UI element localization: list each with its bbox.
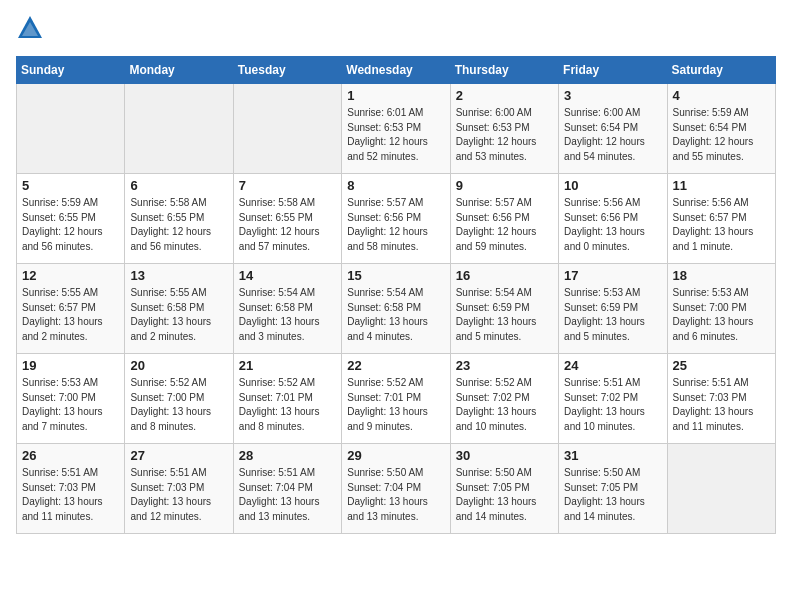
- calendar-cell: 5Sunrise: 5:59 AM Sunset: 6:55 PM Daylig…: [17, 174, 125, 264]
- day-info: Sunrise: 5:53 AM Sunset: 7:00 PM Dayligh…: [22, 376, 119, 434]
- calendar-week-row: 26Sunrise: 5:51 AM Sunset: 7:03 PM Dayli…: [17, 444, 776, 534]
- day-info: Sunrise: 5:50 AM Sunset: 7:05 PM Dayligh…: [564, 466, 661, 524]
- calendar-cell: 23Sunrise: 5:52 AM Sunset: 7:02 PM Dayli…: [450, 354, 558, 444]
- weekday-header-row: SundayMondayTuesdayWednesdayThursdayFrid…: [17, 57, 776, 84]
- weekday-header-wednesday: Wednesday: [342, 57, 450, 84]
- calendar-cell: 7Sunrise: 5:58 AM Sunset: 6:55 PM Daylig…: [233, 174, 341, 264]
- calendar-cell: 4Sunrise: 5:59 AM Sunset: 6:54 PM Daylig…: [667, 84, 775, 174]
- calendar-cell: 15Sunrise: 5:54 AM Sunset: 6:58 PM Dayli…: [342, 264, 450, 354]
- day-number: 16: [456, 268, 553, 283]
- day-number: 1: [347, 88, 444, 103]
- day-number: 22: [347, 358, 444, 373]
- calendar-cell: 10Sunrise: 5:56 AM Sunset: 6:56 PM Dayli…: [559, 174, 667, 264]
- calendar-cell: 22Sunrise: 5:52 AM Sunset: 7:01 PM Dayli…: [342, 354, 450, 444]
- day-number: 20: [130, 358, 227, 373]
- calendar-cell: 12Sunrise: 5:55 AM Sunset: 6:57 PM Dayli…: [17, 264, 125, 354]
- calendar-cell: 19Sunrise: 5:53 AM Sunset: 7:00 PM Dayli…: [17, 354, 125, 444]
- day-number: 18: [673, 268, 770, 283]
- day-info: Sunrise: 5:51 AM Sunset: 7:03 PM Dayligh…: [673, 376, 770, 434]
- day-number: 4: [673, 88, 770, 103]
- calendar-cell: 16Sunrise: 5:54 AM Sunset: 6:59 PM Dayli…: [450, 264, 558, 354]
- day-number: 10: [564, 178, 661, 193]
- day-info: Sunrise: 5:52 AM Sunset: 7:02 PM Dayligh…: [456, 376, 553, 434]
- day-info: Sunrise: 5:54 AM Sunset: 6:59 PM Dayligh…: [456, 286, 553, 344]
- calendar-cell: 30Sunrise: 5:50 AM Sunset: 7:05 PM Dayli…: [450, 444, 558, 534]
- day-info: Sunrise: 6:00 AM Sunset: 6:53 PM Dayligh…: [456, 106, 553, 164]
- calendar-cell: 8Sunrise: 5:57 AM Sunset: 6:56 PM Daylig…: [342, 174, 450, 264]
- day-number: 21: [239, 358, 336, 373]
- day-info: Sunrise: 6:01 AM Sunset: 6:53 PM Dayligh…: [347, 106, 444, 164]
- day-number: 3: [564, 88, 661, 103]
- day-info: Sunrise: 5:59 AM Sunset: 6:54 PM Dayligh…: [673, 106, 770, 164]
- day-number: 15: [347, 268, 444, 283]
- day-number: 2: [456, 88, 553, 103]
- day-number: 19: [22, 358, 119, 373]
- day-info: Sunrise: 5:56 AM Sunset: 6:57 PM Dayligh…: [673, 196, 770, 254]
- day-info: Sunrise: 5:51 AM Sunset: 7:03 PM Dayligh…: [22, 466, 119, 524]
- calendar-body: 1Sunrise: 6:01 AM Sunset: 6:53 PM Daylig…: [17, 84, 776, 534]
- day-info: Sunrise: 5:51 AM Sunset: 7:02 PM Dayligh…: [564, 376, 661, 434]
- calendar-cell: 25Sunrise: 5:51 AM Sunset: 7:03 PM Dayli…: [667, 354, 775, 444]
- day-info: Sunrise: 5:57 AM Sunset: 6:56 PM Dayligh…: [347, 196, 444, 254]
- weekday-header-friday: Friday: [559, 57, 667, 84]
- calendar-cell: 11Sunrise: 5:56 AM Sunset: 6:57 PM Dayli…: [667, 174, 775, 264]
- calendar-cell: [125, 84, 233, 174]
- day-info: Sunrise: 5:50 AM Sunset: 7:04 PM Dayligh…: [347, 466, 444, 524]
- calendar-cell: [667, 444, 775, 534]
- calendar-week-row: 5Sunrise: 5:59 AM Sunset: 6:55 PM Daylig…: [17, 174, 776, 264]
- day-number: 27: [130, 448, 227, 463]
- calendar-cell: 2Sunrise: 6:00 AM Sunset: 6:53 PM Daylig…: [450, 84, 558, 174]
- day-number: 26: [22, 448, 119, 463]
- day-number: 30: [456, 448, 553, 463]
- calendar-table: SundayMondayTuesdayWednesdayThursdayFrid…: [16, 56, 776, 534]
- calendar-cell: 3Sunrise: 6:00 AM Sunset: 6:54 PM Daylig…: [559, 84, 667, 174]
- calendar-cell: 31Sunrise: 5:50 AM Sunset: 7:05 PM Dayli…: [559, 444, 667, 534]
- calendar-cell: 9Sunrise: 5:57 AM Sunset: 6:56 PM Daylig…: [450, 174, 558, 264]
- weekday-header-tuesday: Tuesday: [233, 57, 341, 84]
- day-number: 7: [239, 178, 336, 193]
- weekday-header-monday: Monday: [125, 57, 233, 84]
- page-header: [16, 16, 776, 44]
- day-info: Sunrise: 5:52 AM Sunset: 7:01 PM Dayligh…: [239, 376, 336, 434]
- day-number: 29: [347, 448, 444, 463]
- calendar-cell: 17Sunrise: 5:53 AM Sunset: 6:59 PM Dayli…: [559, 264, 667, 354]
- calendar-cell: 14Sunrise: 5:54 AM Sunset: 6:58 PM Dayli…: [233, 264, 341, 354]
- calendar-cell: 13Sunrise: 5:55 AM Sunset: 6:58 PM Dayli…: [125, 264, 233, 354]
- day-number: 5: [22, 178, 119, 193]
- logo: [16, 16, 48, 44]
- day-number: 24: [564, 358, 661, 373]
- day-number: 12: [22, 268, 119, 283]
- generalblue-logo-icon: [16, 14, 44, 42]
- calendar-cell: 18Sunrise: 5:53 AM Sunset: 7:00 PM Dayli…: [667, 264, 775, 354]
- day-info: Sunrise: 5:59 AM Sunset: 6:55 PM Dayligh…: [22, 196, 119, 254]
- day-info: Sunrise: 5:58 AM Sunset: 6:55 PM Dayligh…: [130, 196, 227, 254]
- calendar-cell: [233, 84, 341, 174]
- day-info: Sunrise: 5:58 AM Sunset: 6:55 PM Dayligh…: [239, 196, 336, 254]
- weekday-header-sunday: Sunday: [17, 57, 125, 84]
- calendar-week-row: 19Sunrise: 5:53 AM Sunset: 7:00 PM Dayli…: [17, 354, 776, 444]
- day-number: 8: [347, 178, 444, 193]
- day-number: 14: [239, 268, 336, 283]
- day-info: Sunrise: 5:53 AM Sunset: 6:59 PM Dayligh…: [564, 286, 661, 344]
- day-number: 13: [130, 268, 227, 283]
- calendar-cell: 24Sunrise: 5:51 AM Sunset: 7:02 PM Dayli…: [559, 354, 667, 444]
- day-number: 9: [456, 178, 553, 193]
- day-info: Sunrise: 5:54 AM Sunset: 6:58 PM Dayligh…: [347, 286, 444, 344]
- day-info: Sunrise: 5:56 AM Sunset: 6:56 PM Dayligh…: [564, 196, 661, 254]
- weekday-header-thursday: Thursday: [450, 57, 558, 84]
- day-info: Sunrise: 5:53 AM Sunset: 7:00 PM Dayligh…: [673, 286, 770, 344]
- calendar-cell: 29Sunrise: 5:50 AM Sunset: 7:04 PM Dayli…: [342, 444, 450, 534]
- day-number: 25: [673, 358, 770, 373]
- calendar-cell: 26Sunrise: 5:51 AM Sunset: 7:03 PM Dayli…: [17, 444, 125, 534]
- calendar-cell: 6Sunrise: 5:58 AM Sunset: 6:55 PM Daylig…: [125, 174, 233, 264]
- day-info: Sunrise: 5:51 AM Sunset: 7:04 PM Dayligh…: [239, 466, 336, 524]
- day-number: 6: [130, 178, 227, 193]
- day-number: 28: [239, 448, 336, 463]
- calendar-week-row: 1Sunrise: 6:01 AM Sunset: 6:53 PM Daylig…: [17, 84, 776, 174]
- day-number: 17: [564, 268, 661, 283]
- day-info: Sunrise: 5:55 AM Sunset: 6:58 PM Dayligh…: [130, 286, 227, 344]
- day-info: Sunrise: 5:52 AM Sunset: 7:01 PM Dayligh…: [347, 376, 444, 434]
- calendar-cell: 1Sunrise: 6:01 AM Sunset: 6:53 PM Daylig…: [342, 84, 450, 174]
- day-info: Sunrise: 5:55 AM Sunset: 6:57 PM Dayligh…: [22, 286, 119, 344]
- calendar-week-row: 12Sunrise: 5:55 AM Sunset: 6:57 PM Dayli…: [17, 264, 776, 354]
